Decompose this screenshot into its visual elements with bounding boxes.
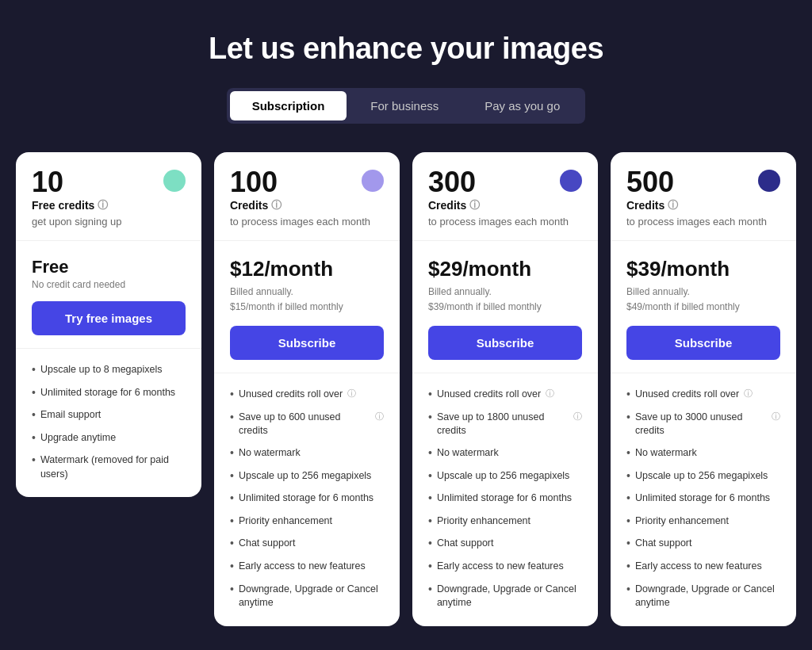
feature-item: Priority enhancement: [230, 514, 384, 530]
free-sub: No credit card needed: [32, 279, 186, 290]
feature-item: Chat support: [428, 537, 582, 552]
feature-item: Save up to 3000 unused credits ⓘ: [626, 411, 780, 438]
cta-button[interactable]: Subscribe: [230, 326, 384, 360]
credit-desc: to process images each month: [626, 216, 780, 228]
cta-button[interactable]: Subscribe: [626, 326, 780, 360]
price-sub: Billed annually.$49/month if billed mont…: [626, 285, 780, 315]
card-features: Upscale up to 8 megapixels Unlimited sto…: [16, 349, 201, 497]
feature-item: Downgrade, Upgrade or Cancel anytime: [626, 583, 780, 610]
page-title: Let us enhance your images: [209, 32, 603, 66]
tab-business[interactable]: For business: [348, 91, 461, 120]
credit-info-icon[interactable]: ⓘ: [668, 198, 678, 212]
cta-button[interactable]: Subscribe: [428, 326, 582, 360]
feature-item: Unused credits roll over ⓘ: [626, 388, 780, 403]
feature-item: Save up to 600 unused credits ⓘ: [230, 411, 384, 438]
plans-container: 10 Free credits ⓘ get upon signing up Fr…: [16, 152, 796, 626]
feature-item: Downgrade, Upgrade or Cancel anytime: [230, 583, 384, 610]
tab-subscription[interactable]: Subscription: [230, 91, 347, 120]
card-header: 300 Credits ⓘ to process images each mon…: [412, 152, 598, 241]
feature-item: Unlimited storage for 6 months: [230, 491, 384, 507]
plan-dot: [163, 170, 186, 192]
features-list: Upscale up to 8 megapixels Unlimited sto…: [32, 363, 186, 481]
plan-card-free: 10 Free credits ⓘ get upon signing up Fr…: [16, 152, 201, 497]
features-list: Unused credits roll over ⓘ Save up to 60…: [230, 388, 384, 610]
credit-amount: 500: [626, 168, 780, 197]
features-list: Unused credits roll over ⓘ Save up to 18…: [428, 388, 582, 610]
feature-item: No watermark: [230, 446, 384, 461]
features-list: Unused credits roll over ⓘ Save up to 30…: [626, 388, 780, 610]
plan-card-300: 300 Credits ⓘ to process images each mon…: [412, 152, 598, 626]
feature-item: Chat support: [626, 537, 780, 552]
feature-item: Watermark (removed for paid users): [32, 453, 186, 481]
info-icon[interactable]: ⓘ: [347, 388, 356, 400]
plan-dot: [362, 170, 384, 192]
card-header: 100 Credits ⓘ to process images each mon…: [214, 152, 400, 241]
credit-amount: 10: [32, 168, 186, 197]
feature-item: Unlimited storage for 6 months: [32, 386, 186, 401]
credit-amount: 300: [428, 168, 582, 197]
feature-item: Upscale up to 8 megapixels: [32, 363, 186, 378]
card-pricing: $29/month Billed annually.$39/month if b…: [412, 241, 598, 373]
feature-item: No watermark: [626, 446, 780, 461]
feature-item: Upscale up to 256 megapixels: [626, 469, 780, 484]
info-icon[interactable]: ⓘ: [546, 388, 554, 400]
free-label: Free: [32, 257, 186, 277]
card-header: 500 Credits ⓘ to process images each mon…: [611, 152, 796, 241]
card-pricing: $12/month Billed annually.$15/month if b…: [214, 241, 400, 373]
feature-item: Unused credits roll over ⓘ: [230, 388, 384, 403]
tab-payasyougo[interactable]: Pay as you go: [462, 91, 582, 120]
credit-desc: to process images each month: [428, 216, 582, 228]
feature-item: Upscale up to 256 megapixels: [230, 469, 384, 484]
credit-info-icon[interactable]: ⓘ: [469, 198, 480, 212]
plan-card-100: 100 Credits ⓘ to process images each mon…: [214, 152, 400, 626]
card-features: Unused credits roll over ⓘ Save up to 30…: [611, 373, 796, 625]
feature-item: Early access to new features: [428, 560, 582, 575]
card-pricing: Free No credit card needed Try free imag…: [16, 241, 201, 349]
info-icon[interactable]: ⓘ: [573, 411, 582, 422]
plan-dot: [758, 170, 780, 192]
feature-item: Save up to 1800 unused credits ⓘ: [428, 411, 582, 438]
feature-item: Unlimited storage for 6 months: [428, 491, 582, 507]
feature-item: Downgrade, Upgrade or Cancel anytime: [428, 583, 582, 610]
card-features: Unused credits roll over ⓘ Save up to 18…: [412, 373, 598, 625]
price-sub: Billed annually.$15/month if billed mont…: [230, 285, 384, 315]
credit-label: Credits ⓘ: [428, 198, 582, 212]
feature-item: Early access to new features: [626, 560, 780, 575]
price-main: $39/month: [626, 257, 780, 281]
plan-dot: [560, 170, 582, 192]
feature-item: No watermark: [428, 446, 582, 461]
feature-item: Early access to new features: [230, 560, 384, 575]
cta-button[interactable]: Try free images: [32, 301, 186, 335]
card-header: 10 Free credits ⓘ get upon signing up: [16, 152, 201, 241]
feature-item: Priority enhancement: [428, 514, 582, 530]
credit-info-icon[interactable]: ⓘ: [98, 198, 108, 212]
feature-item: Upscale up to 256 megapixels: [428, 469, 582, 484]
credit-desc: get upon signing up: [32, 216, 186, 228]
credit-amount: 100: [230, 168, 384, 197]
credit-label: Credits ⓘ: [626, 198, 780, 212]
plan-card-500: 500 Credits ⓘ to process images each mon…: [611, 152, 796, 626]
feature-item: Upgrade anytime: [32, 431, 186, 446]
credit-label: Credits ⓘ: [230, 198, 384, 212]
card-features: Unused credits roll over ⓘ Save up to 60…: [214, 373, 400, 625]
info-icon[interactable]: ⓘ: [744, 388, 753, 400]
tab-bar: Subscription For business Pay as you go: [227, 88, 586, 124]
feature-item: Priority enhancement: [626, 514, 780, 530]
credit-label: Free credits ⓘ: [32, 198, 186, 212]
info-icon[interactable]: ⓘ: [772, 411, 780, 422]
feature-item: Chat support: [230, 537, 384, 552]
credit-desc: to process images each month: [230, 216, 384, 228]
price-main: $12/month: [230, 257, 384, 281]
feature-item: Unlimited storage for 6 months: [626, 491, 780, 507]
feature-item: Email support: [32, 408, 186, 423]
price-main: $29/month: [428, 257, 582, 281]
credit-info-icon[interactable]: ⓘ: [271, 198, 282, 212]
info-icon[interactable]: ⓘ: [375, 411, 384, 422]
feature-item: Unused credits roll over ⓘ: [428, 388, 582, 403]
card-pricing: $39/month Billed annually.$49/month if b…: [611, 241, 796, 373]
price-sub: Billed annually.$39/month if billed mont…: [428, 285, 582, 315]
